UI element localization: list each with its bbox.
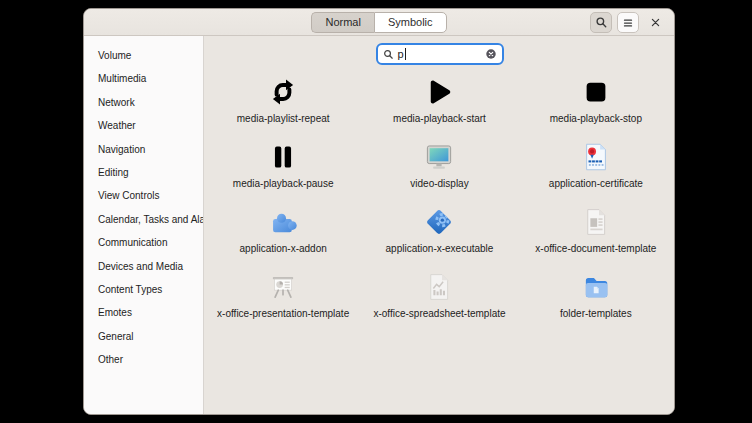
sidebar-item-network[interactable]: Network [84,91,203,114]
icon-cell-x-office-spreadsheet-template[interactable]: x-office-spreadsheet-template [361,264,517,329]
icon-cell-application-x-executable[interactable]: application-x-executable [361,199,517,264]
close-icon [650,17,661,28]
icon-cell-media-playback-stop[interactable]: media-playback-stop [518,69,674,134]
sidebar-item-devices-and-media[interactable]: Devices and Media [84,255,203,278]
icon-cell-x-office-presentation-template[interactable]: x-office-presentation-template [205,264,361,329]
search-icon [383,49,394,60]
icon-cell-video-display[interactable]: video-display [361,134,517,199]
sidebar-item-communication[interactable]: Communication [84,231,203,254]
icon-label: application-x-addon [240,243,327,254]
headerbar-controls [590,12,666,33]
icon-grid: media-playlist-repeat media-playback-sta… [205,69,674,329]
sidebar-item-calendar-tasks-alarms[interactable]: Calendar, Tasks and Alarms [84,208,203,231]
icon-cell-application-certificate[interactable]: application-certificate [518,134,674,199]
sidebar-item-volume[interactable]: Volume [84,44,203,67]
icon-label: media-playlist-repeat [237,113,330,124]
sidebar-item-navigation[interactable]: Navigation [84,138,203,161]
search-input-value: p [398,45,404,63]
icon-label: x-office-document-template [535,243,656,254]
sidebar-item-editing[interactable]: Editing [84,161,203,184]
category-sidebar: Volume Multimedia Network Weather Naviga… [84,36,204,414]
sidebar-item-general[interactable]: General [84,325,203,348]
folder-templates-icon [580,271,612,303]
icon-cell-media-playlist-repeat[interactable]: media-playlist-repeat [205,69,361,134]
application-x-executable-icon [423,206,455,238]
icon-label: media-playback-stop [550,113,642,124]
application-certificate-icon [580,141,612,173]
x-office-spreadsheet-template-icon [423,271,455,303]
desktop-background: Normal Symbolic Volume Multimedi [0,0,752,423]
icon-label: x-office-spreadsheet-template [373,308,505,319]
icon-cell-media-playback-start[interactable]: media-playback-start [361,69,517,134]
sidebar-item-content-types[interactable]: Content Types [84,278,203,301]
media-playlist-repeat-icon [267,76,299,108]
toggle-symbolic-button[interactable]: Symbolic [374,12,447,33]
icon-cell-application-x-addon[interactable]: application-x-addon [205,199,361,264]
toggle-normal-button[interactable]: Normal [311,12,373,33]
media-playback-stop-icon [580,76,612,108]
close-button[interactable] [644,12,666,33]
headerbar: Normal Symbolic [84,9,674,36]
icon-cell-x-office-document-template[interactable]: x-office-document-template [518,199,674,264]
text-caret [405,48,406,60]
application-x-addon-icon [267,206,299,238]
sidebar-item-other[interactable]: Other [84,348,203,371]
x-office-presentation-template-icon [267,271,299,303]
results-pane: p media-playlist-repeat [205,36,674,414]
sidebar-item-emotes[interactable]: Emotes [84,301,203,324]
view-toggle-group: Normal Symbolic [311,12,446,33]
sidebar-item-weather[interactable]: Weather [84,114,203,137]
hamburger-menu-icon [622,17,634,29]
icon-label: application-certificate [549,178,643,189]
icon-cell-folder-templates[interactable]: folder-templates [518,264,674,329]
icon-label: x-office-presentation-template [217,308,349,319]
icon-label: application-x-executable [386,243,494,254]
sidebar-item-view-controls[interactable]: View Controls [84,184,203,207]
icon-label: media-playback-pause [233,178,334,189]
icon-label: folder-templates [560,308,632,319]
search-input[interactable]: p [376,43,504,65]
icon-cell-media-playback-pause[interactable]: media-playback-pause [205,134,361,199]
x-office-document-template-icon [580,206,612,238]
icon-browser-window: Normal Symbolic Volume Multimedi [83,8,675,415]
edit-clear-icon[interactable] [485,48,497,60]
menu-button[interactable] [617,12,639,33]
search-icon [595,16,608,29]
media-playback-pause-icon [267,141,299,173]
media-playback-start-icon [423,76,455,108]
icon-label: video-display [410,178,468,189]
icon-label: media-playback-start [393,113,486,124]
search-button[interactable] [590,12,612,33]
video-display-icon [423,141,455,173]
sidebar-item-multimedia[interactable]: Multimedia [84,67,203,90]
